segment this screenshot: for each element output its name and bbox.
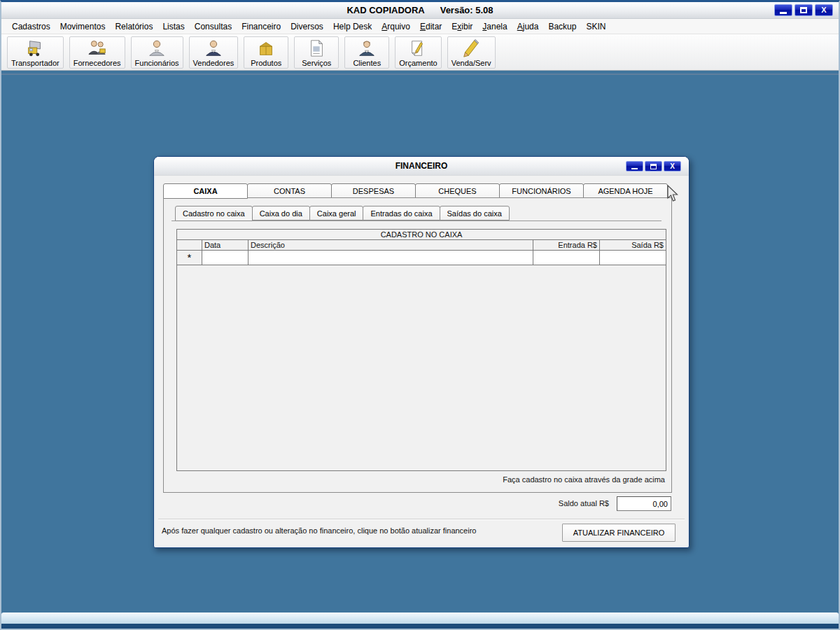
main-tabstrip: CAIXACONTASDESPESASCHEQUESFUNCIONÁRIOSAG… bbox=[163, 183, 667, 198]
grid-cell-entrada[interactable] bbox=[533, 251, 600, 265]
tab-contas[interactable]: CONTAS bbox=[247, 183, 332, 198]
toolbar-button-label: Orçamento bbox=[399, 59, 437, 67]
toolbar-button-label: Vendedores bbox=[193, 59, 234, 67]
bottom-frame-highlight bbox=[1, 612, 839, 624]
grid-cell-saida[interactable] bbox=[600, 251, 666, 265]
subtab-caixa-do-dia[interactable]: Caixa do dia bbox=[252, 206, 310, 220]
document-icon bbox=[306, 38, 327, 59]
bottom-frame bbox=[1, 612, 839, 629]
footer-divider bbox=[158, 519, 685, 520]
menu-item-exibir[interactable]: Exibir bbox=[447, 20, 477, 33]
quote-icon bbox=[407, 38, 428, 59]
subtab-entradas-do-caixa[interactable]: Entradas do caixa bbox=[363, 206, 440, 220]
menu-item-janela[interactable]: Janela bbox=[477, 20, 512, 33]
toolbar-button-label: Funcionários bbox=[135, 59, 179, 67]
subtab-cadastro-no-caixa[interactable]: Cadastro no caixa bbox=[175, 206, 253, 221]
grid-new-row: * bbox=[177, 251, 666, 265]
menu-item-ajuda[interactable]: Ajuda bbox=[512, 20, 544, 33]
menu-item-listas[interactable]: Listas bbox=[158, 20, 189, 33]
menu-item-skin[interactable]: SKIN bbox=[581, 20, 610, 33]
toolbar-button-vendedores[interactable]: Vendedores bbox=[189, 36, 239, 69]
menu-item-arquivo[interactable]: Arquivo bbox=[377, 20, 415, 33]
main-titlebar: KAD COPIADORAVersão: 5.08 X bbox=[1, 2, 839, 19]
employee-icon bbox=[146, 38, 167, 59]
toolbar-button-label: Clientes bbox=[353, 59, 381, 67]
menu-item-editar[interactable]: Editar bbox=[415, 20, 447, 33]
maximize-button[interactable] bbox=[794, 4, 813, 16]
dialog-close-button[interactable]: X bbox=[664, 161, 681, 172]
minimize-icon bbox=[631, 168, 638, 169]
maximize-icon bbox=[800, 7, 807, 13]
dialog-minimize-button[interactable] bbox=[626, 161, 643, 172]
close-icon: X bbox=[670, 163, 675, 170]
truck-icon bbox=[24, 38, 46, 59]
bottom-frame-edge bbox=[1, 624, 839, 629]
menu-item-diversos[interactable]: Diversos bbox=[286, 20, 328, 33]
grid-col-data: Data bbox=[202, 240, 248, 250]
toolbar-button-label: Fornecedores bbox=[74, 59, 121, 67]
new-record-marker: * bbox=[188, 251, 192, 263]
close-icon: X bbox=[821, 6, 826, 14]
grid-col-entrada-r: Entrada R$ bbox=[533, 240, 600, 250]
toolbar-button-produtos[interactable]: Produtos bbox=[244, 36, 288, 69]
dialog-title: FINANCEIRO bbox=[154, 161, 689, 171]
suppliers-icon bbox=[87, 38, 108, 59]
toolbar-button-funcionarios[interactable]: Funcionários bbox=[131, 36, 183, 69]
financeiro-dialog: FINANCEIRO X CAIXACONTASDESPESASCHEQUESF… bbox=[153, 156, 690, 548]
footer-hint-label: Após fazer qualquer cadastro ou alteraçã… bbox=[162, 526, 476, 535]
dialog-maximize-button[interactable] bbox=[645, 161, 662, 172]
dialog-titlebar: FINANCEIRO X bbox=[154, 157, 689, 176]
grid-col-descricao: Descrição bbox=[248, 240, 533, 250]
toolbar-button-label: Transportador bbox=[11, 59, 59, 67]
maximize-icon bbox=[650, 164, 657, 169]
tab-despesas[interactable]: DESPESAS bbox=[331, 183, 416, 198]
grid-cell-data[interactable] bbox=[202, 251, 248, 265]
salesperson-icon bbox=[203, 38, 224, 59]
dialog-controls: X bbox=[626, 161, 681, 172]
grid-col-saida-r: Saída R$ bbox=[600, 240, 666, 250]
toolbar-button-servicos[interactable]: Serviços bbox=[294, 36, 339, 69]
window-controls: X bbox=[774, 4, 833, 16]
caixa-grid: CADASTRO NO CAIXA DataDescriçãoEntrada R… bbox=[176, 229, 666, 471]
minimize-icon bbox=[780, 12, 787, 14]
toolbar-button-venda-serv[interactable]: Venda/Serv bbox=[447, 36, 496, 69]
tab-agenda-hoje[interactable]: AGENDA HOJE bbox=[583, 183, 668, 198]
tab-funcionarios[interactable]: FUNCIONÁRIOS bbox=[499, 183, 584, 198]
close-button[interactable]: X bbox=[815, 4, 833, 16]
mouse-cursor bbox=[667, 185, 680, 206]
caixa-subtabstrip: Cadastro no caixaCaixa do diaCaixa geral… bbox=[175, 206, 509, 220]
tab-cheques[interactable]: CHEQUES bbox=[415, 183, 500, 198]
toolbar-button-label: Serviços bbox=[302, 59, 331, 67]
menu-item-help-desk[interactable]: Help Desk bbox=[328, 20, 377, 33]
window-title: KAD COPIADORAVersão: 5.08 bbox=[1, 5, 839, 15]
toolbar-button-label: Produtos bbox=[251, 59, 281, 67]
pencil-icon bbox=[461, 38, 482, 59]
toolbar-button-orcamento[interactable]: Orçamento bbox=[395, 36, 441, 69]
menu-item-movimentos[interactable]: Movimentos bbox=[55, 20, 111, 33]
toolbar-button-label: Venda/Serv bbox=[451, 59, 491, 67]
menu-item-financeiro[interactable]: Financeiro bbox=[237, 20, 286, 33]
grid-header: DataDescriçãoEntrada R$Saída R$ bbox=[177, 240, 666, 251]
grid-cell-descricao[interactable] bbox=[248, 251, 533, 265]
app-version: Versão: 5.08 bbox=[440, 5, 493, 15]
menu-item-cadastros[interactable]: Cadastros bbox=[7, 20, 55, 33]
toolbar: TransportadorFornecedoresFuncionáriosVen… bbox=[1, 34, 839, 71]
saldo-label: Saldo atual R$ bbox=[559, 499, 609, 507]
toolbar-button-clientes[interactable]: Clientes bbox=[344, 36, 389, 69]
subtab-caixa-geral[interactable]: Caixa geral bbox=[309, 206, 364, 220]
subtab-saidas-do-caixa[interactable]: Saídas do caixa bbox=[440, 206, 510, 220]
grid-new-row-selector[interactable]: * bbox=[177, 251, 202, 265]
saldo-input[interactable] bbox=[617, 496, 671, 511]
menu-item-backup[interactable]: Backup bbox=[543, 20, 581, 33]
grid-hint-label: Faça cadastro no caixa através da grade … bbox=[503, 475, 665, 484]
tab-caixa[interactable]: CAIXA bbox=[163, 183, 248, 199]
menu-item-relatorios[interactable]: Relatórios bbox=[110, 20, 158, 33]
toolbar-button-fornecedores[interactable]: Fornecedores bbox=[69, 36, 125, 69]
minimize-button[interactable] bbox=[774, 4, 792, 16]
menu-bar: CadastrosMovimentosRelatóriosListasConsu… bbox=[1, 19, 839, 34]
atualizar-financeiro-button[interactable]: ATUALIZAR FINANCEIRO bbox=[562, 524, 676, 542]
caixa-tabpage: Cadastro no caixaCaixa do diaCaixa geral… bbox=[163, 197, 672, 493]
toolbar-button-transportador[interactable]: Transportador bbox=[7, 36, 64, 69]
menu-item-consultas[interactable]: Consultas bbox=[190, 20, 237, 33]
grid-col-selector bbox=[177, 240, 202, 250]
